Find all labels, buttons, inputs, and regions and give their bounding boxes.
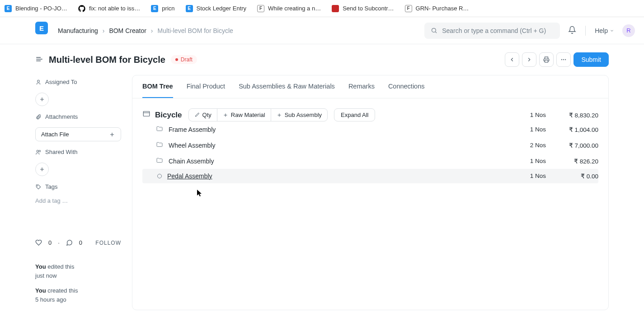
help-label: Help [595,27,608,34]
tab-label: Blending - PO-JO… [15,5,67,12]
svg-rect-4 [545,60,548,62]
qty-button[interactable]: Qty [189,109,217,121]
follow-button[interactable]: FOLLOW [95,240,121,246]
prev-button[interactable] [505,52,519,67]
plus-icon [109,131,115,138]
assigned-to-text: Assigned To [45,79,77,85]
print-button[interactable] [539,52,554,67]
tab-final-product[interactable]: Final Product [187,75,225,98]
tab-bom-tree[interactable]: BOM Tree [142,75,173,98]
browser-tab[interactable]: EStock Ledger Entry [186,5,247,12]
svg-point-7 [565,59,566,60]
tab-label: While creating a n… [268,5,321,12]
tree-item[interactable]: Frame Assembly1 Nos₹ 1,004.00 [142,121,598,137]
submit-button[interactable]: Submit [573,52,609,67]
timeline-created-text: created this [46,287,78,294]
sidebar-toggle-icon[interactable] [35,55,43,65]
qty-label: Qty [202,112,212,118]
breadcrumb-bom-creator[interactable]: BOM Creator [109,27,146,34]
search-input[interactable]: Search or type a command (Ctrl + G) [424,23,560,39]
circle-icon [157,174,162,178]
tree-item-qty: 1 Nos [524,158,546,165]
browser-tab[interactable]: FWhile creating a n… [257,5,321,12]
root-item[interactable]: Bicycle [142,110,182,120]
timeline-you: You [35,263,46,270]
svg-point-6 [564,59,564,60]
tags-text: Tags [45,183,57,190]
tree-item-values: 2 Nos₹ 7,000.00 [524,142,598,149]
chevron-right-icon: › [151,27,153,34]
tree-item-values: 1 Nos₹ 826.20 [524,158,598,165]
more-menu-button[interactable] [556,52,571,67]
add-share-button[interactable] [35,163,49,176]
navbar: E Manufacturing › BOM Creator › Multi-le… [0,17,644,44]
tab-label: Send to Subcontr… [343,5,394,12]
tree-item-name: Frame Assembly [169,126,216,133]
tree-item-amount: ₹ 7,000.00 [562,142,598,149]
tab-label: pricn [162,5,174,12]
tab-connections[interactable]: Connections [388,75,425,98]
search-placeholder: Search or type a command (Ctrl + G) [442,27,546,34]
browser-tab[interactable]: fix: not able to iss… [78,5,140,12]
comment-icon[interactable] [66,239,73,246]
tree-item[interactable]: Wheel Assembly2 Nos₹ 7,000.00 [142,137,598,153]
browser-tab[interactable]: Epricn [151,5,174,12]
shared-with-label: Shared With [35,149,121,155]
avatar[interactable]: R [622,24,635,37]
comment-count: 0 [79,239,82,246]
tree-item[interactable]: Chain Assembly1 Nos₹ 826.20 [142,153,598,169]
timeline-you: You [35,287,46,294]
tab-favicon-icon: E [151,5,158,12]
tree-item-qty: 1 Nos [524,172,546,180]
attachments-text: Attachments [45,113,78,120]
plus-icon [277,112,282,118]
raw-material-button[interactable]: Raw Material [217,109,271,121]
attach-file-button[interactable]: Attach File [35,127,121,141]
header-actions: Submit [505,52,609,67]
tab-label: fix: not able to iss… [89,5,140,12]
tab-label: Stock Ledger Entry [197,5,247,12]
browser-tab[interactable]: Send to Subcontr… [332,5,394,12]
breadcrumb: Manufacturing › BOM Creator › Multi-leve… [58,27,233,34]
timeline-created-time: 5 hours ago [35,296,66,303]
tabs: BOM Tree Final Product Sub Assemblies & … [132,75,608,98]
tree-item-name: Wheel Assembly [169,142,215,149]
sidebar: Assigned To Attachments Attach File Shar… [35,75,121,310]
sub-assembly-button[interactable]: Sub Assembly [271,109,327,121]
notification-bell-icon[interactable] [568,26,576,35]
pencil-icon [194,112,200,118]
tab-favicon-icon: F [257,5,264,12]
tab-label: GRN- Purchase R… [416,5,469,12]
breadcrumb-manufacturing[interactable]: Manufacturing [58,27,98,34]
add-assignee-button[interactable] [35,93,49,106]
attach-file-text: Attach File [41,131,69,138]
folder-icon [156,125,163,134]
root-values: 1 Nos ₹ 8,830.20 [524,112,598,119]
tab-favicon-icon: F [405,5,412,12]
svg-rect-12 [143,112,150,116]
add-tag-input[interactable]: Add a tag … [35,197,121,204]
tab-favicon-icon: E [5,5,12,12]
paperclip-icon [35,114,42,120]
main-card: BOM Tree Final Product Sub Assemblies & … [132,75,609,310]
tree-item-amount: ₹ 826.20 [562,158,598,165]
user-icon [35,79,42,85]
tree-root-row: Bicycle Qty Raw Material Sub Assembly Ex… [142,108,598,121]
help-dropdown[interactable]: Help [595,27,614,34]
tab-remarks[interactable]: Remarks [348,75,375,98]
chevron-right-icon: › [103,27,105,34]
tab-sub-assemblies[interactable]: Sub Assemblies & Raw Materials [239,75,335,98]
breadcrumb-current: Multi-level BOM for Bicycle [158,27,233,34]
attachments-label: Attachments [35,113,121,120]
heart-icon[interactable] [35,239,42,246]
status-badge: Draft [171,55,197,64]
next-button[interactable] [522,52,536,67]
expand-all-button[interactable]: Expand All [334,108,375,121]
folder-icon [156,157,163,165]
app-logo[interactable]: E [35,22,48,34]
browser-tab[interactable]: EBlending - PO-JO… [5,5,67,12]
tree-item[interactable]: Pedal Assembly1 Nos₹ 0.00 [142,169,598,183]
social-row: 0 · 0 FOLLOW [35,217,121,246]
tree-item-qty: 1 Nos [524,126,546,133]
browser-tab[interactable]: FGRN- Purchase R… [405,5,469,12]
